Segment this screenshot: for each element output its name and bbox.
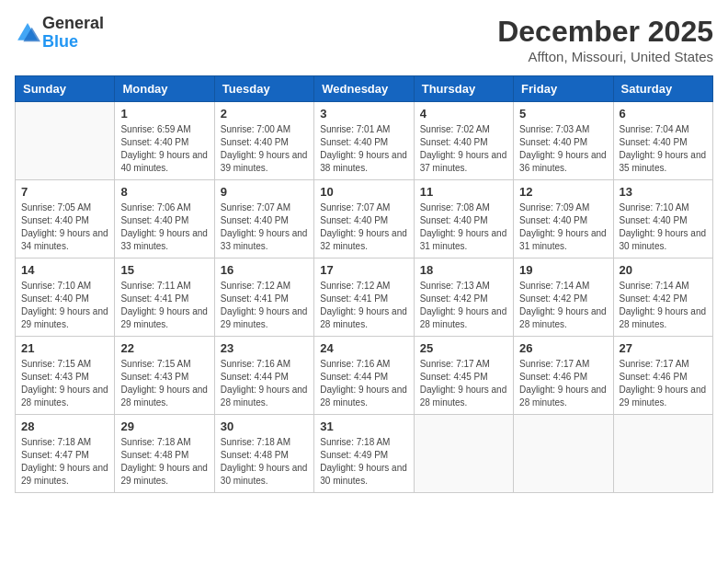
day-number: 3	[320, 107, 407, 121]
calendar-cell: 6Sunrise: 7:04 AMSunset: 4:40 PMDaylight…	[613, 102, 712, 180]
calendar-cell: 18Sunrise: 7:13 AMSunset: 4:42 PMDayligh…	[414, 259, 513, 337]
week-row-0: 1Sunrise: 6:59 AMSunset: 4:40 PMDaylight…	[16, 102, 713, 180]
calendar-cell: 2Sunrise: 7:00 AMSunset: 4:40 PMDaylight…	[214, 102, 313, 180]
day-number: 28	[21, 419, 108, 433]
day-info: Sunrise: 7:12 AMSunset: 4:41 PMDaylight:…	[320, 280, 407, 331]
calendar-cell: 15Sunrise: 7:11 AMSunset: 4:41 PMDayligh…	[115, 259, 214, 337]
day-number: 30	[221, 419, 308, 433]
calendar-cell: 11Sunrise: 7:08 AMSunset: 4:40 PMDayligh…	[414, 180, 513, 259]
day-number: 26	[519, 341, 607, 355]
calendar-cell: 1Sunrise: 6:59 AMSunset: 4:40 PMDaylight…	[115, 102, 214, 180]
weekday-header-saturday: Saturday	[613, 76, 712, 102]
day-number: 15	[120, 263, 208, 277]
weekday-header-friday: Friday	[514, 76, 613, 102]
day-number: 21	[21, 341, 108, 355]
weekday-header-monday: Monday	[115, 76, 214, 102]
day-number: 23	[221, 341, 308, 355]
day-info: Sunrise: 7:06 AMSunset: 4:40 PMDaylight:…	[120, 201, 208, 253]
logo-icon	[15, 20, 40, 46]
weekday-header-thursday: Thursday	[414, 76, 513, 102]
calendar-cell: 31Sunrise: 7:18 AMSunset: 4:49 PMDayligh…	[314, 415, 414, 493]
day-info: Sunrise: 7:12 AMSunset: 4:41 PMDaylight:…	[221, 280, 308, 331]
day-number: 17	[320, 263, 407, 277]
calendar-cell	[414, 415, 513, 493]
day-info: Sunrise: 7:18 AMSunset: 4:47 PMDaylight:…	[21, 436, 108, 488]
day-info: Sunrise: 7:03 AMSunset: 4:40 PMDaylight:…	[519, 123, 607, 175]
calendar-cell: 21Sunrise: 7:15 AMSunset: 4:43 PMDayligh…	[16, 337, 115, 415]
day-number: 2	[221, 107, 308, 121]
calendar-cell	[613, 415, 712, 493]
month-title: December 2025	[497, 15, 713, 49]
day-number: 9	[221, 185, 308, 199]
week-row-4: 28Sunrise: 7:18 AMSunset: 4:47 PMDayligh…	[16, 415, 713, 493]
calendar-cell: 23Sunrise: 7:16 AMSunset: 4:44 PMDayligh…	[214, 337, 313, 415]
day-number: 22	[120, 341, 208, 355]
day-info: Sunrise: 7:10 AMSunset: 4:40 PMDaylight:…	[21, 280, 108, 331]
logo-blue-text: Blue	[42, 32, 78, 51]
day-number: 7	[21, 185, 108, 199]
day-info: Sunrise: 7:02 AMSunset: 4:40 PMDaylight:…	[420, 123, 507, 175]
day-info: Sunrise: 7:08 AMSunset: 4:40 PMDaylight:…	[420, 201, 507, 253]
day-number: 31	[320, 419, 407, 433]
week-row-3: 21Sunrise: 7:15 AMSunset: 4:43 PMDayligh…	[16, 337, 713, 415]
day-info: Sunrise: 6:59 AMSunset: 4:40 PMDaylight:…	[120, 123, 208, 175]
weekday-header-row: SundayMondayTuesdayWednesdayThursdayFrid…	[16, 76, 713, 102]
day-info: Sunrise: 7:10 AMSunset: 4:40 PMDaylight:…	[620, 201, 707, 253]
day-info: Sunrise: 7:09 AMSunset: 4:40 PMDaylight:…	[519, 201, 607, 253]
day-number: 19	[519, 263, 607, 277]
logo: General Blue	[15, 15, 104, 52]
weekday-header-sunday: Sunday	[16, 76, 115, 102]
day-number: 12	[519, 185, 607, 199]
day-info: Sunrise: 7:07 AMSunset: 4:40 PMDaylight:…	[221, 201, 308, 253]
calendar-cell: 5Sunrise: 7:03 AMSunset: 4:40 PMDaylight…	[514, 102, 613, 180]
day-info: Sunrise: 7:14 AMSunset: 4:42 PMDaylight:…	[519, 280, 607, 331]
calendar-table: SundayMondayTuesdayWednesdayThursdayFrid…	[15, 75, 713, 493]
calendar-cell: 26Sunrise: 7:17 AMSunset: 4:46 PMDayligh…	[514, 337, 613, 415]
calendar-cell: 29Sunrise: 7:18 AMSunset: 4:48 PMDayligh…	[115, 415, 214, 493]
calendar-cell: 25Sunrise: 7:17 AMSunset: 4:45 PMDayligh…	[414, 337, 513, 415]
day-number: 8	[120, 185, 208, 199]
day-number: 10	[320, 185, 407, 199]
week-row-1: 7Sunrise: 7:05 AMSunset: 4:40 PMDaylight…	[16, 180, 713, 259]
day-info: Sunrise: 7:11 AMSunset: 4:41 PMDaylight:…	[120, 280, 208, 331]
day-info: Sunrise: 7:17 AMSunset: 4:46 PMDaylight:…	[620, 358, 707, 409]
day-number: 6	[620, 107, 707, 121]
calendar-cell: 12Sunrise: 7:09 AMSunset: 4:40 PMDayligh…	[514, 180, 613, 259]
calendar-cell: 22Sunrise: 7:15 AMSunset: 4:43 PMDayligh…	[115, 337, 214, 415]
calendar-cell: 17Sunrise: 7:12 AMSunset: 4:41 PMDayligh…	[314, 259, 414, 337]
day-info: Sunrise: 7:05 AMSunset: 4:40 PMDaylight:…	[21, 201, 108, 253]
calendar-cell: 3Sunrise: 7:01 AMSunset: 4:40 PMDaylight…	[314, 102, 414, 180]
calendar-cell	[514, 415, 613, 493]
calendar-cell: 8Sunrise: 7:06 AMSunset: 4:40 PMDaylight…	[115, 180, 214, 259]
calendar-cell: 13Sunrise: 7:10 AMSunset: 4:40 PMDayligh…	[613, 180, 712, 259]
calendar-cell	[16, 102, 115, 180]
day-info: Sunrise: 7:00 AMSunset: 4:40 PMDaylight:…	[221, 123, 308, 175]
day-info: Sunrise: 7:18 AMSunset: 4:49 PMDaylight:…	[320, 436, 407, 488]
day-info: Sunrise: 7:17 AMSunset: 4:46 PMDaylight:…	[519, 358, 607, 409]
calendar-cell: 9Sunrise: 7:07 AMSunset: 4:40 PMDaylight…	[214, 180, 313, 259]
weekday-header-wednesday: Wednesday	[314, 76, 414, 102]
calendar-cell: 14Sunrise: 7:10 AMSunset: 4:40 PMDayligh…	[16, 259, 115, 337]
day-number: 20	[620, 263, 707, 277]
day-info: Sunrise: 7:07 AMSunset: 4:40 PMDaylight:…	[320, 201, 407, 253]
calendar-cell: 27Sunrise: 7:17 AMSunset: 4:46 PMDayligh…	[613, 337, 712, 415]
day-number: 4	[420, 107, 507, 121]
calendar-cell: 10Sunrise: 7:07 AMSunset: 4:40 PMDayligh…	[314, 180, 414, 259]
day-info: Sunrise: 7:01 AMSunset: 4:40 PMDaylight:…	[320, 123, 407, 175]
title-block: December 2025 Affton, Missouri, United S…	[497, 15, 713, 64]
day-info: Sunrise: 7:18 AMSunset: 4:48 PMDaylight:…	[221, 436, 308, 488]
calendar-cell: 19Sunrise: 7:14 AMSunset: 4:42 PMDayligh…	[514, 259, 613, 337]
day-info: Sunrise: 7:13 AMSunset: 4:42 PMDaylight:…	[420, 280, 507, 331]
day-number: 1	[120, 107, 208, 121]
page-header: General Blue December 2025 Affton, Misso…	[15, 15, 713, 64]
day-info: Sunrise: 7:15 AMSunset: 4:43 PMDaylight:…	[120, 358, 208, 409]
week-row-2: 14Sunrise: 7:10 AMSunset: 4:40 PMDayligh…	[16, 259, 713, 337]
calendar-cell: 28Sunrise: 7:18 AMSunset: 4:47 PMDayligh…	[16, 415, 115, 493]
day-info: Sunrise: 7:16 AMSunset: 4:44 PMDaylight:…	[221, 358, 308, 409]
calendar-cell: 24Sunrise: 7:16 AMSunset: 4:44 PMDayligh…	[314, 337, 414, 415]
day-info: Sunrise: 7:14 AMSunset: 4:42 PMDaylight:…	[620, 280, 707, 331]
day-number: 14	[21, 263, 108, 277]
logo-general-text: General	[42, 14, 104, 32]
calendar-cell: 7Sunrise: 7:05 AMSunset: 4:40 PMDaylight…	[16, 180, 115, 259]
day-number: 24	[320, 341, 407, 355]
